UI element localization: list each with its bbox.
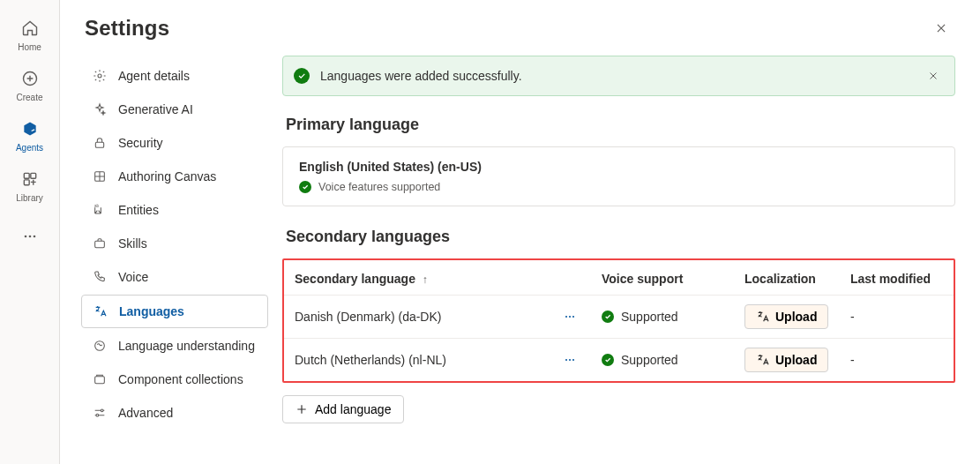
side-label: Generative AI [118, 102, 193, 116]
svg-rect-11 [95, 241, 105, 247]
side-label: Component collections [118, 372, 243, 386]
primary-language-name: English (United States) (en-US) [299, 160, 939, 174]
nav-library-label: Library [16, 193, 43, 203]
primary-heading: Primary language [286, 116, 955, 134]
brain-icon [92, 338, 108, 354]
side-voice[interactable]: Voice [81, 261, 268, 293]
check-circle-icon [602, 311, 614, 323]
svg-point-19 [565, 359, 567, 361]
settings-panel: Languages were added successfully. Prima… [282, 49, 980, 464]
col-language-header[interactable]: Secondary language ↑ [284, 260, 549, 296]
side-label: Entities [118, 203, 159, 217]
primary-voice-status: Voice features supported [299, 181, 939, 193]
cell-language-name: Dutch (Netherlands) (nl-NL) [284, 339, 549, 382]
table-row: Dutch (Netherlands) (nl-NL) Supported [284, 339, 954, 382]
table-row: Danish (Denmark) (da-DK) Supported [284, 296, 954, 339]
translate-icon [756, 353, 770, 367]
col-modified-header[interactable]: Last modified [840, 260, 954, 296]
nav-library[interactable]: Library [0, 160, 59, 210]
side-authoring-canvas[interactable]: Authoring Canvas [81, 161, 268, 192]
side-advanced[interactable]: Advanced [81, 397, 268, 429]
primary-language-card: English (United States) (en-US) Voice fe… [282, 146, 955, 206]
side-skills[interactable]: Skills [81, 228, 268, 259]
side-entities[interactable]: ab Entities [81, 194, 268, 226]
svg-point-18 [572, 316, 574, 318]
entity-icon: ab [92, 202, 108, 218]
col-language-label: Secondary language [295, 272, 415, 286]
cell-last-modified: - [840, 339, 954, 382]
svg-point-7 [98, 74, 101, 78]
side-label: Agent details [118, 69, 190, 83]
alert-close-button[interactable] [923, 65, 944, 86]
svg-point-4 [24, 236, 26, 238]
svg-rect-3 [24, 180, 29, 185]
nav-create[interactable]: Create [0, 59, 59, 109]
check-circle-icon [299, 181, 311, 193]
close-icon [935, 22, 947, 34]
add-language-label: Add language [315, 402, 391, 416]
upload-button[interactable]: Upload [744, 304, 828, 329]
col-voice-header[interactable]: Voice support [591, 260, 734, 296]
collection-icon [92, 371, 108, 387]
svg-rect-1 [24, 173, 29, 178]
cell-language-name: Danish (Denmark) (da-DK) [284, 296, 549, 339]
svg-text:ab: ab [94, 204, 100, 208]
close-button[interactable] [927, 14, 955, 42]
svg-point-20 [569, 359, 571, 361]
sort-asc-icon: ↑ [423, 273, 428, 286]
side-generative-ai[interactable]: Generative AI [81, 94, 268, 125]
svg-point-16 [565, 316, 567, 318]
plus-icon [295, 403, 308, 415]
svg-rect-2 [30, 173, 35, 178]
side-languages[interactable]: Languages [81, 295, 268, 328]
svg-point-6 [33, 236, 35, 238]
col-localization-header[interactable]: Localization [734, 260, 840, 296]
side-label: Languages [119, 304, 184, 318]
side-agent-details[interactable]: Agent details [81, 60, 268, 92]
home-icon [18, 16, 42, 41]
voice-support-label: Supported [621, 353, 678, 367]
main-area: Settings Agent details Generative AI Sec… [60, 0, 980, 464]
upload-button[interactable]: Upload [744, 348, 828, 372]
upload-label: Upload [775, 310, 817, 324]
primary-voice-status-text: Voice features supported [318, 181, 440, 193]
briefcase-icon [92, 236, 108, 251]
side-label: Authoring Canvas [118, 169, 216, 183]
side-component-collections[interactable]: Component collections [81, 363, 268, 395]
row-more-button[interactable] [559, 349, 580, 370]
grid-icon [92, 168, 108, 184]
nav-home[interactable]: Home [0, 9, 59, 59]
svg-point-14 [101, 409, 103, 412]
library-icon [18, 167, 42, 191]
alert-text: Languages were added successfully. [320, 69, 923, 83]
svg-rect-8 [95, 142, 103, 147]
settings-nav: Agent details Generative AI Security Aut… [60, 49, 282, 464]
nav-home-label: Home [18, 42, 41, 52]
side-label: Language understanding [118, 339, 255, 353]
voice-support-cell: Supported [602, 310, 723, 324]
page-header: Settings [60, 0, 980, 49]
translate-icon [93, 303, 108, 319]
nav-agents[interactable]: Agents [0, 109, 59, 160]
agent-icon [18, 116, 42, 141]
add-language-button[interactable]: Add language [282, 395, 404, 423]
side-language-understanding[interactable]: Language understanding [81, 330, 268, 362]
svg-point-15 [96, 414, 99, 416]
lock-icon [92, 135, 108, 151]
side-label: Skills [118, 236, 147, 251]
page-title: Settings [85, 16, 169, 41]
more-horizontal-icon [18, 224, 42, 249]
secondary-languages-table: Secondary language ↑ Voice support Local… [284, 260, 954, 381]
close-icon [928, 71, 939, 81]
check-circle-icon [294, 68, 310, 84]
svg-point-12 [95, 341, 105, 351]
side-security[interactable]: Security [81, 127, 268, 159]
phone-icon [92, 269, 108, 285]
nav-overflow[interactable] [0, 217, 59, 256]
svg-rect-13 [95, 377, 105, 384]
voice-support-label: Supported [621, 310, 678, 324]
col-actions-header [549, 260, 591, 296]
upload-label: Upload [775, 353, 817, 367]
row-more-button[interactable] [559, 306, 580, 327]
voice-support-cell: Supported [602, 353, 723, 367]
